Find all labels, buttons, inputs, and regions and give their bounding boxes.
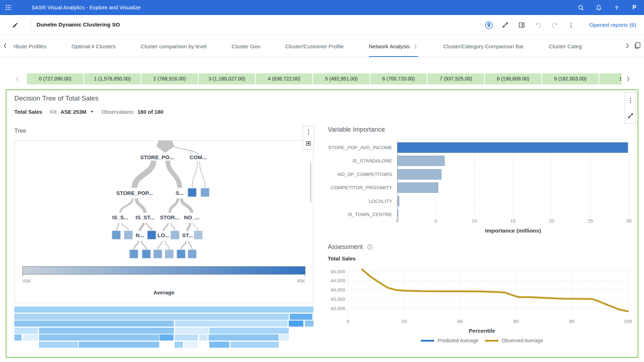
edit-pencil-icon[interactable] [10,20,20,30]
tree-leaf-node[interactable] [188,250,196,258]
tree-leaf-node[interactable] [177,250,185,258]
tab-cluster-comparison-by-level[interactable]: Cluster comparison by level [141,35,206,57]
icicle-node[interactable] [14,321,174,327]
notifications-icon[interactable] [594,3,603,12]
tree-leaf-node[interactable] [194,231,203,239]
info-icon[interactable] [367,244,373,250]
icicle-node[interactable] [14,328,38,334]
undo-icon[interactable] [533,20,543,30]
tree-leaf-node[interactable] [147,231,156,239]
fit-value-dropdown[interactable]: ASE 253M [60,109,87,115]
tree-leaf-node[interactable] [201,188,209,197]
search-icon[interactable] [576,3,585,12]
chevron-down-icon[interactable] [91,111,93,113]
series-line-observed-average[interactable] [362,269,628,311]
icicle-node[interactable] [305,321,313,327]
icicle-node[interactable] [39,334,159,341]
icicle-node[interactable] [14,334,21,341]
cluster-chip[interactable]: 2 (768,916.00) [141,73,198,84]
tree-split-node-label[interactable]: STORE_PO... [140,154,174,160]
icicle-node[interactable] [209,342,229,348]
strip-scroll-left-icon[interactable] [16,76,19,82]
cluster-chip[interactable]: 8 (198,609.00) [485,73,541,84]
legend-item-predicted-average[interactable]: Predicted Average [421,338,478,343]
icicle-node[interactable] [289,321,303,327]
tree-color-legend-bar[interactable] [23,266,305,274]
cluster-chip[interactable]: 4 (838,722.00) [256,73,312,84]
panel-toggle-icon[interactable] [517,20,527,30]
pages-icon[interactable] [634,41,641,49]
icicle-node[interactable] [199,334,208,341]
tree-split-node-label[interactable]: STORE_POP... [116,190,153,196]
icicle-node[interactable] [175,328,209,334]
icicle-node[interactable] [160,334,173,341]
icicle-node[interactable] [279,334,289,341]
tree-more-options-icon[interactable]: ⋮ [306,129,312,135]
tabs-scroll-left-icon[interactable] [4,43,7,49]
icicle-node[interactable] [14,314,289,320]
importance-bar-no-of-competitors[interactable] [397,169,441,180]
cluster-chip[interactable]: 1 (1,578,850.00) [84,73,141,84]
icicle-node[interactable] [290,314,313,320]
icicle-node[interactable] [79,342,159,348]
cluster-chip[interactable]: 6 (700,720.00) [370,73,427,84]
tree-scrollbar[interactable] [310,163,311,202]
maximize-icon[interactable] [500,20,510,30]
tree-split-node-label[interactable]: S... [176,190,184,196]
redo-icon[interactable] [550,20,560,30]
cluster-chip[interactable]: 3 (1,189,027.00) [199,73,255,84]
icicle-node[interactable] [175,342,183,348]
tree-split-node-label[interactable]: NO_... [184,214,199,220]
tree-leaf-node[interactable] [130,250,138,258]
tree-split-node-label[interactable]: IS_S... [112,214,128,220]
tab-cluster-customer-profile[interactable]: Cluster/Customer Profile [285,35,343,57]
more-options-icon[interactable]: ⋮ [566,20,576,30]
tree-leaf-node[interactable] [165,250,174,258]
decision-tree-panel[interactable]: Decision Tree of Total Sales Total Sales… [6,89,638,358]
tab-menu-icon[interactable]: ⋮ [413,43,418,49]
tab-cluster-geo[interactable]: Cluster Geo [231,35,260,57]
tree-split-node-label[interactable]: LO... [157,232,169,238]
icicle-node[interactable] [175,334,198,341]
strip-scroll-right-icon[interactable] [626,76,630,82]
icicle-node[interactable] [23,334,38,341]
icicle-node[interactable] [39,328,174,334]
tree-split-node-label[interactable]: STOR... [160,214,179,220]
tree-leaf-node[interactable] [188,188,196,197]
tree-split-node-label[interactable]: IS_ST... [136,214,155,220]
tabs-scroll-right-icon[interactable] [626,43,629,49]
location-icon[interactable] [484,20,494,30]
panel-maximize-icon[interactable] [627,112,634,119]
cluster-chip[interactable]: 10 (184 [599,73,621,84]
importance-bar-is-standalone[interactable] [397,156,445,166]
icicle-node[interactable] [209,334,279,341]
icicle-node[interactable] [230,342,279,348]
user-avatar[interactable]: P [630,3,639,12]
tree-leaf-node[interactable] [153,250,162,258]
importance-bar-locality[interactable] [397,196,399,206]
apps-grid-icon[interactable] [0,0,16,15]
opened-reports-link[interactable]: Opened reports (6) [589,22,636,28]
icicle-node[interactable] [39,342,78,348]
legend-item-observed-average[interactable]: Observed Average [485,338,543,343]
importance-bar-store-pop-avg-income[interactable] [397,142,628,153]
tree-split-node-label[interactable]: N... [136,232,144,238]
tree-leaf-node[interactable] [124,231,133,239]
icicle-node[interactable] [14,307,313,313]
cluster-chip[interactable]: 5 (492,951.00) [313,73,370,84]
help-icon[interactable]: ? [612,3,621,12]
importance-bar-competitor-proximity[interactable] [397,182,438,193]
tree-overview-icon[interactable] [305,140,312,147]
tab-cluster-categ[interactable]: Cluster Categ [549,35,582,57]
cluster-chip[interactable]: 9 (182,003.00) [542,73,599,84]
tree-leaf-node[interactable] [112,231,121,239]
tree-chart[interactable]: STORE_PO...COM...STORE_POP...S...IS_S...… [14,140,313,303]
tab-cluster-category-comparison-bar[interactable]: Cluster/Category Comparison Bar [443,35,524,57]
tab-network-analysis[interactable]: Network Analysis⋮ [369,35,418,57]
cluster-chip[interactable]: 0 (727,090.00) [27,73,83,84]
panel-more-options-icon[interactable]: ⋮ [628,97,634,103]
icicle-node[interactable] [175,321,288,327]
cluster-chip[interactable]: 7 (937,525.00) [428,73,484,84]
tree-split-node-label[interactable]: COM... [190,154,207,160]
icicle-node[interactable] [209,328,289,334]
